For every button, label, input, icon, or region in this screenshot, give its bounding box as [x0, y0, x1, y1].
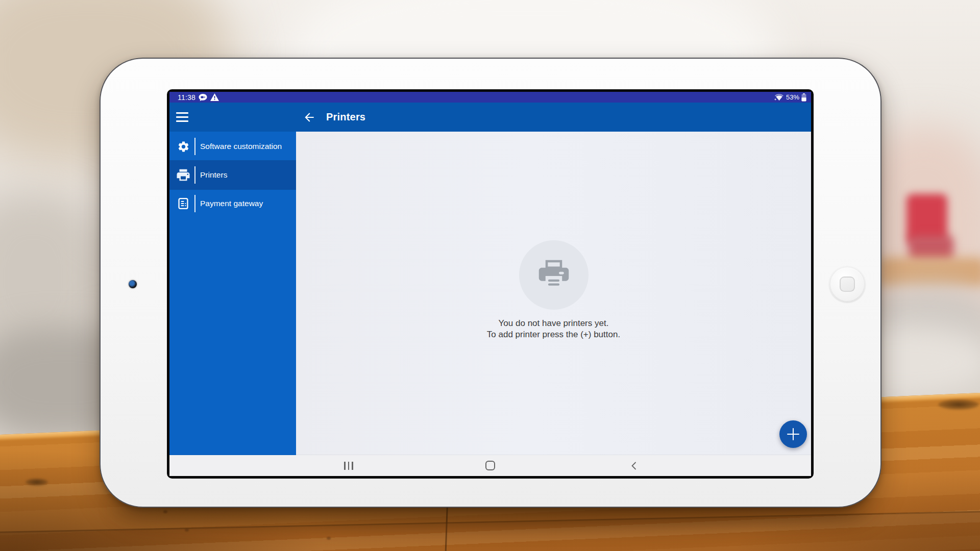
tablet-screen: 11:38 [167, 89, 814, 479]
sidebar-item-divider [194, 166, 195, 184]
home-nav-button[interactable] [475, 455, 505, 476]
battery-percent: 53% [786, 93, 799, 101]
sidebar-item-divider [194, 195, 195, 212]
printer-icon [176, 167, 191, 183]
plus-icon [787, 428, 799, 440]
app-display: 11:38 [169, 92, 811, 476]
message-notification-icon [199, 94, 207, 101]
empty-state: You do not have printers yet. To add pri… [296, 240, 811, 340]
sidebar-item-label: Software customization [200, 142, 282, 151]
android-nav-bar [169, 455, 811, 476]
battery-icon [801, 93, 806, 102]
recents-button[interactable] [333, 455, 364, 476]
sidebar-item-software-customization[interactable]: Software customization [169, 133, 296, 160]
back-chevron-icon [630, 461, 638, 470]
hamburger-icon [176, 112, 188, 114]
hamburger-menu-button[interactable] [176, 109, 191, 124]
status-bar: 11:38 [169, 92, 811, 103]
sidebar-item-label: Payment gateway [200, 199, 263, 208]
add-printer-fab[interactable] [779, 420, 807, 448]
printer-placeholder-circle [519, 240, 589, 310]
empty-state-title: You do not have printers yet. [499, 318, 609, 329]
content-area: You do not have printers yet. To add pri… [296, 132, 811, 455]
cutting-board-blur [879, 258, 980, 287]
sidebar-item-payment-gateway[interactable]: Payment gateway [169, 190, 296, 217]
gear-icon [176, 139, 191, 154]
warning-icon [210, 93, 219, 101]
wood-knot [938, 399, 979, 410]
tablet-device: 11:38 [100, 58, 881, 508]
recents-icon [344, 462, 353, 470]
receipt-icon [176, 196, 191, 211]
wifi-icon [774, 93, 784, 101]
page-title: Printers [326, 111, 365, 123]
sidebar: Software customization Printers [169, 132, 296, 455]
back-nav-button[interactable] [619, 455, 649, 476]
app-toolbar: Printers [169, 103, 811, 132]
printer-placeholder-icon [534, 255, 574, 295]
sidebar-item-label: Printers [200, 170, 227, 180]
home-icon [485, 461, 495, 470]
front-camera [129, 280, 137, 288]
physical-home-button[interactable] [829, 266, 865, 302]
tablet-scene: 11:38 [0, 0, 980, 551]
status-time: 11:38 [178, 93, 195, 102]
sidebar-item-printers[interactable]: Printers [169, 161, 296, 189]
back-arrow-icon[interactable] [303, 111, 316, 124]
empty-state-subtitle: To add printer press the (+) button. [487, 330, 620, 340]
sidebar-item-divider [194, 138, 195, 155]
